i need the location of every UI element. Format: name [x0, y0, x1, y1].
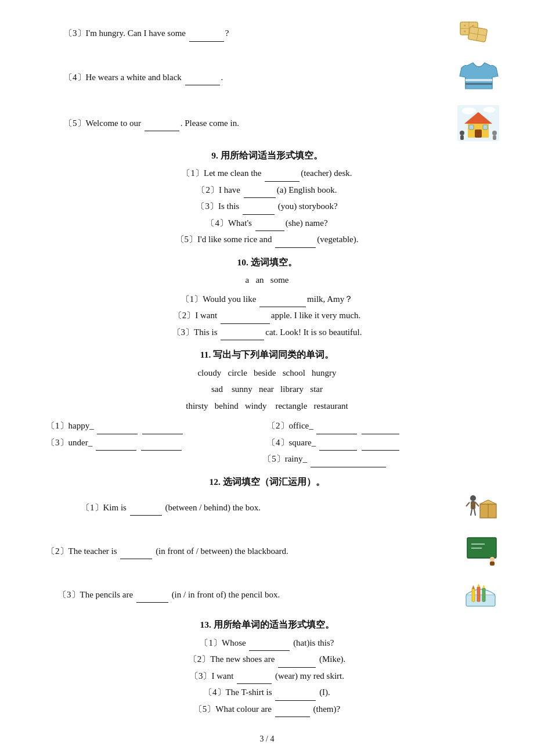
svg-point-5	[464, 31, 466, 33]
box-image	[459, 491, 499, 523]
section-13-items: 〔1〕Whose (hat)is this? 〔2〕The new shoes …	[35, 635, 499, 718]
intro-item-4-text: 〔4〕He wears a white and black .	[64, 69, 453, 86]
section-11: 11. 写出与下列单词同类的单词。 cloudy circle beside s…	[35, 346, 499, 467]
blackboard-image	[459, 535, 499, 567]
intro-item-4: 〔4〕He wears a white and black .	[35, 60, 499, 95]
blank-s10-3	[221, 340, 264, 340]
svg-line-29	[474, 509, 475, 516]
intro-item-3-text: 〔3〕I'm hungry. Can I have some ?	[64, 25, 453, 42]
section-11-title: 11. 写出与下列单词同类的单词。	[35, 346, 499, 363]
pencilbox-image	[459, 578, 499, 610]
s13-item-1: 〔1〕Whose (hat)is this?	[35, 635, 499, 651]
svg-rect-38	[490, 561, 495, 566]
s10-item-2: 〔2〕I want apple. I like it very much.	[35, 307, 499, 324]
section-10-items: 〔1〕Would you like milk, Amy？ 〔2〕I want a…	[35, 291, 499, 341]
svg-rect-44	[482, 588, 485, 602]
house-image	[453, 105, 499, 141]
s12-item-1-text: 〔1〕Kim is (between / behind) the box.	[81, 499, 459, 516]
s13-item-3: 〔3〕I want (wear) my red skirt.	[35, 668, 499, 685]
s10-item-1: 〔1〕Would you like milk, Amy？	[35, 291, 499, 308]
s11-item-5: 〔5〕rainy_	[35, 451, 499, 467]
section-9-items: 〔1〕Let me clean the (teacher) desk. 〔2〕I…	[35, 165, 499, 248]
s11-item-2: 〔2〕office_	[267, 417, 499, 434]
s12-item-3: 〔3〕The pencils are (in / in front of) th…	[35, 578, 499, 610]
blank-s11-3b	[141, 450, 182, 451]
svg-rect-18	[469, 125, 474, 129]
s11-rows: 〔1〕happy_ 〔2〕office_ 〔3〕under_ 〔4〕square…	[35, 417, 499, 451]
svg-point-37	[490, 557, 495, 561]
section-11-wordbank: cloudy circle beside school hungry sad s…	[35, 365, 499, 415]
s13-item-2: 〔2〕The new shoes are (Mike).	[35, 651, 499, 668]
s12-item-1: 〔1〕Kim is (between / behind) the box.	[35, 491, 499, 523]
s9-item-5: 〔5〕I'd like some rice and (vegetable).	[35, 231, 499, 248]
intro-item-5: 〔5〕Welcome to our . Please come in.	[35, 105, 499, 141]
intro-section: 〔3〕I'm hungry. Can I have some ?	[35, 17, 499, 141]
svg-rect-11	[466, 83, 492, 85]
intro-item-3: 〔3〕I'm hungry. Can I have some ?	[35, 17, 499, 49]
blank-s12-3	[136, 602, 168, 603]
svg-rect-21	[460, 135, 464, 140]
svg-rect-17	[475, 129, 482, 138]
blank-s12-1	[130, 515, 162, 516]
svg-rect-25	[471, 501, 475, 509]
blank-5	[145, 131, 179, 131]
svg-marker-41	[472, 585, 475, 589]
section-13-title: 13. 用所给单词的适当形式填空。	[35, 616, 499, 633]
s11-item-4: 〔4〕square_	[267, 434, 499, 451]
s9-item-2: 〔2〕I have (a) English book.	[35, 182, 499, 199]
blank-s11-3a	[96, 450, 136, 451]
svg-point-24	[470, 495, 476, 501]
wordbank-line3: thirsty behind windy rectangle restauran…	[35, 398, 499, 415]
sweater-image	[453, 60, 499, 95]
blank-3	[189, 41, 224, 42]
svg-point-14	[484, 107, 495, 113]
s11-item-1: 〔1〕happy_	[35, 417, 267, 434]
blank-s12-2	[120, 559, 152, 559]
s9-item-3: 〔3〕Is this (you) storybook?	[35, 198, 499, 215]
section-10: 10. 选词填空。 a an some 〔1〕Would you like mi…	[35, 254, 499, 340]
svg-rect-23	[493, 135, 496, 140]
svg-rect-40	[472, 589, 475, 602]
svg-rect-42	[477, 587, 480, 602]
s13-item-5: 〔5〕What colour are (them)?	[35, 701, 499, 718]
s12-item-3-text: 〔3〕The pencils are (in / in front of) th…	[58, 586, 459, 603]
svg-point-4	[472, 25, 474, 27]
section-11-items: 〔1〕happy_ 〔2〕office_ 〔3〕under_ 〔4〕square…	[35, 417, 499, 467]
svg-marker-45	[482, 585, 485, 588]
blank-4	[185, 85, 220, 85]
svg-point-13	[462, 107, 476, 114]
s9-item-4: 〔4〕What's (she) name?	[35, 215, 499, 232]
blank-s9-5	[275, 247, 316, 248]
svg-line-28	[471, 509, 472, 516]
section-10-title: 10. 选词填空。	[35, 254, 499, 271]
svg-rect-10	[466, 79, 492, 81]
svg-line-26	[466, 502, 470, 506]
s11-item-3: 〔3〕under_	[35, 434, 267, 451]
section-12-title: 12. 选词填空（词汇运用）。	[35, 473, 499, 490]
crackers-image	[453, 17, 499, 49]
svg-marker-31	[480, 500, 496, 504]
svg-point-20	[460, 131, 464, 135]
section-9-title: 9. 用所给词适当形式填空。	[35, 147, 499, 164]
s12-item-2: 〔2〕The teacher is (in front of / between…	[35, 535, 499, 567]
s13-item-4: 〔4〕The T-shirt is (I).	[35, 684, 499, 701]
svg-rect-19	[483, 125, 488, 129]
svg-rect-39	[466, 595, 495, 606]
s12-item-2-text: 〔2〕The teacher is (in front of / between…	[46, 543, 459, 560]
section-10-wordbank: a an some	[35, 272, 499, 289]
svg-marker-43	[477, 584, 480, 587]
wordbank-line2: sad sunny near library star	[35, 381, 499, 398]
intro-item-5-text: 〔5〕Welcome to our . Please come in.	[64, 115, 453, 132]
svg-point-22	[492, 131, 497, 135]
s10-item-3: 〔3〕This is cat. Look! It is so beautiful…	[35, 324, 499, 341]
s9-item-1: 〔1〕Let me clean the (teacher) desk.	[35, 165, 499, 182]
section-13: 13. 用所给单词的适当形式填空。 〔1〕Whose (hat)is this?…	[35, 616, 499, 717]
blank-s13-5	[275, 717, 310, 717]
svg-line-27	[475, 502, 479, 506]
page: 〔3〕I'm hungry. Can I have some ?	[35, 17, 499, 744]
section-12: 12. 选词填空（词汇运用）。 〔1〕Kim is (between / beh…	[35, 473, 499, 610]
svg-point-3	[464, 25, 466, 27]
page-number: 3 / 4	[35, 735, 499, 744]
wordbank-line1: cloudy circle beside school hungry	[35, 365, 499, 381]
section-9: 9. 用所给词适当形式填空。 〔1〕Let me clean the (teac…	[35, 147, 499, 248]
